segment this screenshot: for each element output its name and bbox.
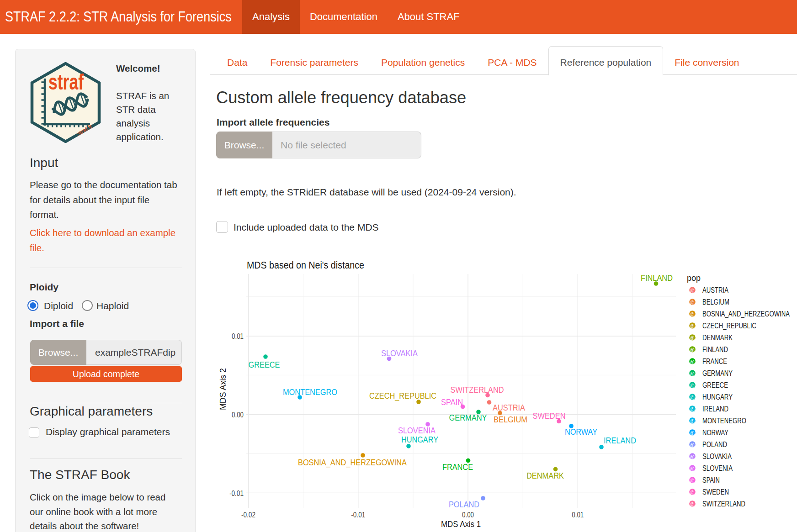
svg-text:SLOVAKIA: SLOVAKIA: [381, 348, 418, 358]
svg-text:a: a: [691, 322, 695, 330]
svg-text:a: a: [691, 310, 695, 318]
svg-text:SWEDEN: SWEDEN: [702, 488, 729, 496]
svg-text:a: a: [691, 393, 695, 401]
svg-text:a: a: [691, 488, 695, 496]
svg-text:SPAIN: SPAIN: [441, 397, 463, 407]
svg-text:SLOVENIA: SLOVENIA: [702, 464, 733, 472]
svg-text:MONTENEGRO: MONTENEGRO: [702, 417, 746, 425]
svg-text:SPAIN: SPAIN: [702, 476, 720, 484]
svg-text:-0.02: -0.02: [241, 511, 255, 519]
svg-text:POLAND: POLAND: [702, 441, 727, 448]
svg-text:BELGIUM: BELGIUM: [494, 415, 527, 424]
svg-text:MDS based on Nei's distance: MDS based on Nei's distance: [247, 259, 364, 271]
svg-text:SLOVAKIA: SLOVAKIA: [702, 453, 732, 460]
svg-text:HUNGARY: HUNGARY: [702, 393, 733, 401]
svg-text:a: a: [691, 358, 695, 365]
svg-text:pop: pop: [687, 274, 701, 283]
svg-text:SWITZERLAND: SWITZERLAND: [702, 500, 745, 508]
svg-text:a: a: [691, 417, 695, 425]
svg-text:BOSNIA_AND_HERZEGOWINA: BOSNIA_AND_HERZEGOWINA: [298, 458, 407, 468]
svg-text:a: a: [691, 441, 695, 448]
svg-text:IRELAND: IRELAND: [604, 436, 636, 445]
svg-text:IRELAND: IRELAND: [702, 405, 728, 413]
svg-text:a: a: [691, 453, 695, 460]
svg-text:NORWAY: NORWAY: [702, 429, 728, 437]
svg-text:BOSNIA_AND_HERZEGOWINA: BOSNIA_AND_HERZEGOWINA: [702, 310, 790, 318]
svg-text:CZECH_REPUBLIC: CZECH_REPUBLIC: [702, 322, 756, 330]
svg-text:0.00: 0.00: [462, 511, 474, 519]
svg-text:SLOVENIA: SLOVENIA: [398, 426, 436, 435]
svg-text:a: a: [691, 429, 695, 437]
svg-text:AUSTRIA: AUSTRIA: [702, 286, 728, 294]
svg-text:MDS Axis 2: MDS Axis 2: [218, 368, 228, 410]
svg-text:FRANCE: FRANCE: [442, 462, 473, 472]
svg-text:FRANCE: FRANCE: [702, 358, 727, 365]
svg-text:a: a: [691, 346, 695, 353]
svg-text:a: a: [691, 476, 695, 484]
svg-text:-0.01: -0.01: [229, 489, 244, 497]
svg-text:a: a: [691, 405, 695, 413]
svg-text:POLAND: POLAND: [449, 500, 479, 509]
svg-text:DENMARK: DENMARK: [702, 334, 733, 342]
svg-text:HUNGARY: HUNGARY: [401, 435, 438, 444]
svg-text:a: a: [691, 286, 695, 294]
svg-text:FINLAND: FINLAND: [702, 346, 728, 353]
svg-text:GERMANY: GERMANY: [702, 369, 733, 377]
svg-text:AUSTRIA: AUSTRIA: [493, 403, 526, 412]
svg-text:a: a: [691, 500, 695, 508]
svg-text:BELGIUM: BELGIUM: [702, 298, 729, 306]
svg-text:CZECH_REPUBLIC: CZECH_REPUBLIC: [369, 391, 436, 401]
svg-text:MDS Axis 1: MDS Axis 1: [441, 519, 481, 529]
svg-text:FINLAND: FINLAND: [641, 273, 673, 283]
svg-text:NORWAY: NORWAY: [565, 427, 597, 437]
svg-text:GERMANY: GERMANY: [449, 413, 487, 422]
svg-text:MONTENEGRO: MONTENEGRO: [283, 387, 337, 397]
svg-text:a: a: [691, 464, 695, 472]
svg-text:straf: straf: [48, 70, 84, 94]
svg-text:a: a: [691, 369, 695, 377]
svg-text:a: a: [691, 298, 695, 306]
svg-text:a: a: [691, 381, 695, 389]
svg-text:-0.01: -0.01: [351, 511, 365, 519]
svg-text:GREECE: GREECE: [702, 381, 728, 389]
svg-text:SWEDEN: SWEDEN: [533, 411, 566, 421]
svg-text:0.01: 0.01: [572, 511, 584, 519]
svg-text:DENMARK: DENMARK: [526, 471, 564, 480]
svg-text:a: a: [691, 334, 695, 342]
svg-text:SWITZERLAND: SWITZERLAND: [451, 385, 504, 395]
svg-text:GREECE: GREECE: [249, 360, 280, 369]
svg-text:0.00: 0.00: [232, 411, 244, 419]
svg-text:0.01: 0.01: [232, 332, 244, 340]
